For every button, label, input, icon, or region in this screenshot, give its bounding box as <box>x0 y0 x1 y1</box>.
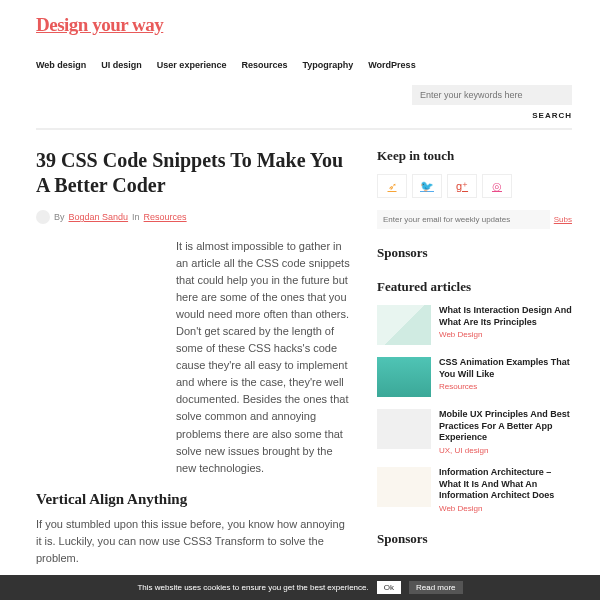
avatar <box>36 210 50 224</box>
section-heading: Vertical Align Anything <box>36 491 351 508</box>
nav-user-experience[interactable]: User experience <box>157 60 227 70</box>
cookie-text: This website uses cookies to ensure you … <box>137 583 368 592</box>
featured-category: Web Design <box>439 504 572 513</box>
featured-category: UX, UI design <box>439 446 572 455</box>
byline-in: In <box>132 212 140 222</box>
byline: By Bogdan Sandu In Resources <box>36 210 351 224</box>
site-logo[interactable]: Design your way <box>36 14 163 35</box>
rss-icon[interactable]: ➶ <box>377 174 407 198</box>
featured-title: CSS Animation Examples That You Will Lik… <box>439 357 572 380</box>
featured-item[interactable]: Mobile UX Principles And Best Practices … <box>377 409 572 455</box>
article-title: 39 CSS Code Snippets To Make You A Bette… <box>36 148 351 198</box>
featured-title: Information Architecture – What It Is An… <box>439 467 572 502</box>
thumbnail <box>377 305 431 345</box>
cookie-ok-button[interactable]: Ok <box>377 581 401 594</box>
category-link[interactable]: Resources <box>144 212 187 222</box>
author-link[interactable]: Bogdan Sandu <box>69 212 129 222</box>
cookie-banner: This website uses cookies to ensure you … <box>0 575 600 600</box>
article: 39 CSS Code Snippets To Make You A Bette… <box>36 148 351 600</box>
thumbnail <box>377 409 431 449</box>
thumbnail <box>377 467 431 507</box>
featured-title: What Is Interaction Design And What Are … <box>439 305 572 328</box>
thumbnail <box>377 357 431 397</box>
main-nav: Web design UI design User experience Res… <box>36 60 572 105</box>
social-row: ➶ 🐦 g⁺ ◎ <box>377 174 572 198</box>
search-input[interactable] <box>412 85 572 105</box>
featured-category: Resources <box>439 382 572 391</box>
featured-item[interactable]: CSS Animation Examples That You Will Lik… <box>377 357 572 397</box>
featured-category: Web Design <box>439 330 572 339</box>
twitter-icon[interactable]: 🐦 <box>412 174 442 198</box>
nav-web-design[interactable]: Web design <box>36 60 86 70</box>
featured-title: Mobile UX Principles And Best Practices … <box>439 409 572 444</box>
nav-typography[interactable]: Typography <box>302 60 353 70</box>
dribbble-icon[interactable]: ◎ <box>482 174 512 198</box>
nav-divider <box>36 128 572 130</box>
cookie-readmore-button[interactable]: Read more <box>409 581 463 594</box>
byline-by: By <box>54 212 65 222</box>
featured-item[interactable]: Information Architecture – What It Is An… <box>377 467 572 513</box>
featured-heading: Featured articles <box>377 279 572 295</box>
newsletter-input[interactable] <box>377 210 550 229</box>
search-button[interactable]: SEARCH <box>532 111 572 120</box>
intro-paragraph: It is almost impossible to gather in an … <box>176 238 351 477</box>
sidebar: Keep in touch ➶ 🐦 g⁺ ◎ Subs Sponsors Fea… <box>377 148 572 600</box>
keep-in-touch-heading: Keep in touch <box>377 148 572 164</box>
nav-ui-design[interactable]: UI design <box>101 60 142 70</box>
googleplus-icon[interactable]: g⁺ <box>447 174 477 198</box>
sponsors-heading-2: Sponsors <box>377 531 572 547</box>
featured-item[interactable]: What Is Interaction Design And What Are … <box>377 305 572 345</box>
subscribe-button[interactable]: Subs <box>554 215 572 224</box>
nav-wordpress[interactable]: WordPress <box>368 60 415 70</box>
section-paragraph: If you stumbled upon this issue before, … <box>36 516 351 567</box>
sponsors-heading: Sponsors <box>377 245 572 261</box>
nav-resources[interactable]: Resources <box>241 60 287 70</box>
